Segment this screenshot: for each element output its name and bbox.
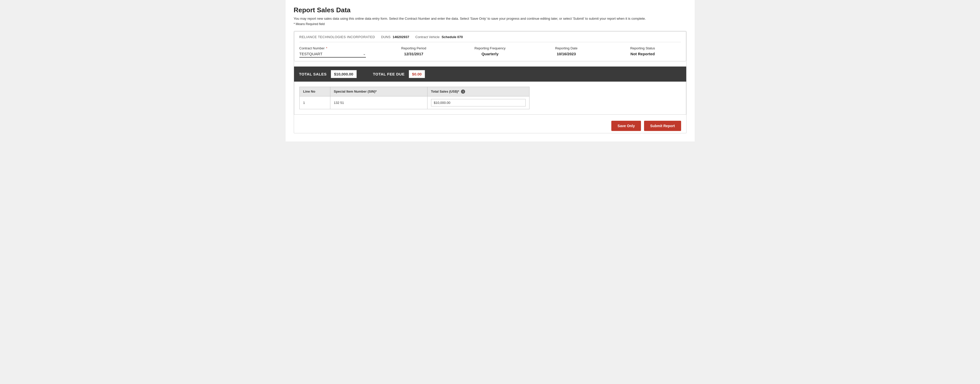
reporting-status-value: Not Reported bbox=[605, 52, 681, 56]
company-name: RELIANCE TECHNOLOGIES INCORPORATED bbox=[299, 35, 375, 39]
info-icon[interactable]: i bbox=[461, 89, 465, 94]
duns-label: DUNS bbox=[381, 35, 391, 39]
cell-sin: 132 51 bbox=[330, 96, 427, 109]
table-row: 1132 51 bbox=[299, 96, 529, 109]
col-header-line-no: Line No bbox=[299, 87, 330, 96]
duns-value: 146202937 bbox=[393, 35, 409, 39]
reporting-date-value: 10/16/2023 bbox=[528, 52, 605, 56]
reporting-date-label: Reporting Date bbox=[528, 46, 605, 50]
col-header-total-sales: Total Sales (US$)* i bbox=[427, 87, 529, 96]
save-only-button[interactable]: Save Only bbox=[611, 121, 641, 131]
total-sales-input[interactable] bbox=[431, 99, 526, 107]
page-title: Report Sales Data bbox=[294, 6, 686, 14]
cell-line-no: 1 bbox=[299, 96, 330, 109]
sales-table: Line No Special Item Number (SIN)* Total… bbox=[299, 87, 530, 110]
col-header-sin: Special Item Number (SIN)* bbox=[330, 87, 427, 96]
reporting-status-label: Reporting Status bbox=[605, 46, 681, 50]
total-fee-label: TOTAL FEE DUE bbox=[373, 72, 405, 76]
contract-vehicle-value: Schedule 070 bbox=[442, 35, 463, 39]
required-star: * bbox=[326, 46, 327, 50]
submit-report-button[interactable]: Submit Report bbox=[644, 121, 681, 131]
table-section: Line No Special Item Number (SIN)* Total… bbox=[294, 81, 686, 115]
contract-number-label: Contract Number bbox=[299, 46, 325, 50]
action-row: Save Only Submit Report bbox=[294, 115, 686, 133]
reporting-frequency-value: Quarterly bbox=[452, 52, 528, 56]
required-note: * Means Required field bbox=[294, 22, 686, 26]
total-sales-label: TOTAL SALES bbox=[299, 72, 327, 76]
reporting-period-label: Reporting Period bbox=[375, 46, 452, 50]
total-fee-value: $0.00 bbox=[409, 70, 425, 78]
page-description: You may report new sales data using this… bbox=[294, 16, 686, 21]
contract-vehicle-label: Contract Vehicle bbox=[415, 35, 440, 39]
reporting-frequency-label: Reporting Frequency bbox=[452, 46, 528, 50]
contract-number-value: TESTQUART bbox=[299, 52, 361, 56]
totals-bar: TOTAL SALES $10,000.00 TOTAL FEE DUE $0.… bbox=[294, 67, 686, 81]
chevron-down-icon: ⌄ bbox=[363, 52, 366, 56]
reporting-period-value: 12/31/2017 bbox=[375, 52, 452, 56]
cell-total-sales[interactable] bbox=[427, 96, 529, 109]
contract-number-dropdown[interactable]: TESTQUART ⌄ bbox=[299, 52, 366, 57]
total-sales-value: $10,000.00 bbox=[331, 70, 357, 78]
